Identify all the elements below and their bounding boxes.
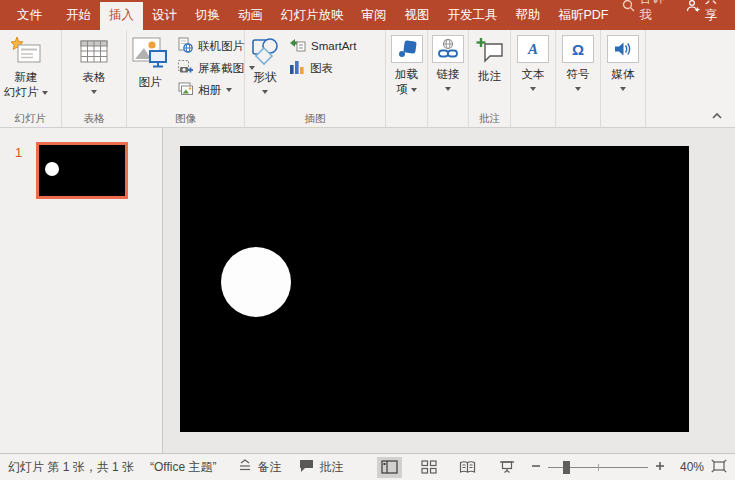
dropdown-arrow-icon — [262, 90, 268, 94]
collapse-ribbon-button[interactable] — [709, 108, 725, 122]
zoom-slider-thumb[interactable] — [563, 461, 570, 474]
shapes-button[interactable]: 形状 — [246, 31, 284, 98]
slide-number: 1 — [15, 145, 22, 160]
zoom-controls: 40% — [531, 459, 729, 476]
share-label: 共享 — [705, 0, 721, 24]
status-bar: 幻灯片 第 1 张，共 1 张 “Office 主题” 备注 批注 — [0, 454, 735, 480]
shapes-label: 形状 — [254, 70, 277, 85]
screenshot-label: 屏幕截图 — [198, 61, 244, 76]
addins-button[interactable]: 加载 项 — [387, 31, 426, 97]
slide-sorter-view-button[interactable] — [416, 457, 441, 478]
tab-developer[interactable]: 开发工具 — [439, 2, 507, 30]
text-label: 文本 — [522, 67, 545, 82]
new-slide-icon — [9, 34, 43, 70]
group-label-addins — [386, 110, 427, 127]
zoom-slider[interactable] — [548, 467, 648, 468]
zoom-percentage[interactable]: 40% — [672, 460, 704, 474]
symbols-label: 符号 — [567, 67, 590, 82]
reading-view-icon — [459, 460, 476, 474]
symbols-button[interactable]: Ω 符号 — [557, 31, 599, 95]
tab-bar: 文件 开始 插入 设计 切换 动画 幻灯片放映 审阅 视图 开发工具 帮助 福昕… — [0, 0, 735, 30]
fit-slide-to-window-button[interactable] — [711, 459, 727, 476]
normal-view-button[interactable] — [377, 457, 402, 478]
links-label: 链接 — [437, 67, 460, 82]
tab-help[interactable]: 帮助 — [507, 2, 550, 30]
slide-thumbnail[interactable] — [36, 142, 128, 199]
tab-view[interactable]: 视图 — [396, 2, 439, 30]
group-label-comments: 批注 — [469, 110, 510, 127]
chart-label: 图表 — [310, 61, 333, 76]
new-comment-button[interactable]: 批注 — [470, 31, 509, 84]
group-label-tables: 表格 — [62, 110, 126, 127]
table-icon — [79, 34, 109, 70]
tab-file[interactable]: 文件 — [8, 2, 51, 30]
tab-transitions[interactable]: 切换 — [186, 2, 229, 30]
plus-icon — [655, 461, 665, 471]
table-button[interactable]: 表格 — [76, 31, 112, 98]
notes-button[interactable]: 备注 — [238, 459, 281, 476]
ribbon: 新建 幻灯片 幻灯片 表格 表格 图片 — [0, 30, 735, 128]
tab-design[interactable]: 设计 — [143, 2, 186, 30]
tell-me-label: 告诉我 — [640, 0, 666, 24]
new-slide-label-line2: 幻灯片 — [4, 85, 39, 100]
tab-home[interactable]: 开始 — [57, 2, 100, 30]
group-text: A 文本 — [511, 30, 556, 127]
dropdown-arrow-icon — [411, 88, 417, 92]
picture-button[interactable]: 图片 — [128, 31, 172, 90]
links-button[interactable]: 链接 — [429, 31, 467, 95]
comment-plus-icon — [475, 35, 505, 67]
circle-shape[interactable] — [221, 247, 291, 317]
zoom-slider-center-tick — [598, 464, 599, 471]
dropdown-arrow-icon — [445, 87, 451, 91]
group-tables: 表格 表格 — [62, 30, 127, 127]
chevron-up-icon — [711, 111, 723, 120]
search-icon — [622, 0, 635, 15]
zoom-in-button[interactable] — [655, 460, 665, 474]
group-comments: 批注 批注 — [469, 30, 511, 127]
addins-label-line1: 加载 — [395, 67, 418, 82]
tab-foxit-pdf[interactable]: 福昕PDF — [550, 2, 618, 30]
tab-animations[interactable]: 动画 — [229, 2, 272, 30]
screenshot-icon — [177, 59, 193, 77]
reading-view-button[interactable] — [455, 457, 480, 478]
group-label-links — [428, 110, 468, 127]
chart-icon — [289, 60, 305, 77]
group-illustrations: 形状 SmartArt 图表 插图 — [245, 30, 386, 127]
dropdown-arrow-icon — [620, 87, 626, 91]
media-button[interactable]: 媒体 — [602, 31, 644, 95]
dropdown-arrow-icon — [575, 87, 581, 91]
tab-insert[interactable]: 插入 — [100, 2, 143, 30]
media-label: 媒体 — [612, 67, 635, 82]
group-label-slides: 幻灯片 — [0, 110, 61, 127]
new-slide-label-line1: 新建 — [14, 70, 37, 85]
omega-icon: Ω — [562, 35, 594, 63]
group-label-media — [601, 110, 645, 127]
addins-icon — [391, 35, 423, 63]
normal-view-icon — [381, 460, 398, 474]
tell-me-search[interactable]: 告诉我 — [618, 0, 670, 30]
group-label-illustrations: 插图 — [245, 110, 385, 127]
smartart-label: SmartArt — [311, 40, 356, 52]
new-slide-button[interactable]: 新建 幻灯片 — [1, 31, 51, 100]
text-button[interactable]: A 文本 — [512, 31, 554, 95]
slide-thumbnail-panel[interactable]: 1 — [0, 128, 163, 453]
group-label-text — [511, 110, 555, 127]
slideshow-icon — [499, 460, 515, 474]
editing-canvas[interactable] — [163, 128, 735, 453]
group-images: 图片 联机图片 屏幕截图 — [127, 30, 245, 127]
group-media: 媒体 — [601, 30, 646, 127]
zoom-out-button[interactable] — [531, 460, 541, 474]
dropdown-arrow-icon — [42, 91, 48, 95]
slideshow-view-button[interactable] — [494, 457, 519, 478]
dropdown-arrow-icon — [91, 90, 97, 94]
chart-button[interactable]: 图表 — [284, 57, 361, 79]
comments-label: 批注 — [319, 459, 343, 476]
slide[interactable] — [180, 146, 689, 432]
tab-slideshow[interactable]: 幻灯片放映 — [272, 2, 353, 30]
smartart-button[interactable]: SmartArt — [284, 35, 361, 57]
share-button[interactable]: 共享 — [670, 0, 735, 30]
tab-review[interactable]: 审阅 — [353, 2, 396, 30]
comments-button[interactable]: 批注 — [299, 459, 343, 476]
table-label: 表格 — [83, 70, 106, 85]
dropdown-arrow-icon — [226, 88, 232, 92]
